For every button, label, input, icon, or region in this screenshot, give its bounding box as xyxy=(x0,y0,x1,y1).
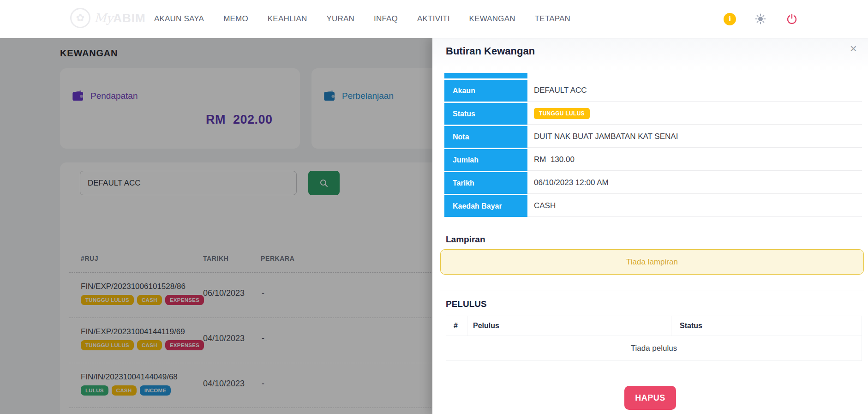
detail-drawer: Butiran Kewangan × Akaun DEFAULT ACC Sta… xyxy=(432,38,868,414)
lampiran-heading: Lampiran xyxy=(446,234,485,245)
detail-value: 06/10/2023 12:00 AM xyxy=(527,172,862,194)
nav-menu: AKAUN SAYA MEMO KEAHLIAN YURAN INFAQ AKT… xyxy=(154,0,570,38)
power-icon xyxy=(786,13,797,24)
logo-emblem-icon: ✿ xyxy=(70,8,90,28)
detail-row-nota: Nota DUIT NAK BUAT JAMBATAN KAT SENAI xyxy=(444,126,862,148)
nav-item-keahlian[interactable]: KEAHLIAN xyxy=(268,14,307,24)
approver-table: # Pelulus Status Tiada pelulus xyxy=(446,316,862,361)
detail-status-badge: TUNGGU LULUS xyxy=(534,108,590,119)
nav-item-memo[interactable]: MEMO xyxy=(223,14,248,24)
detail-label: Kaedah Bayar xyxy=(444,195,527,217)
detail-row-akaun: Akaun DEFAULT ACC xyxy=(444,80,862,102)
top-navbar: ✿ MyABIM AKAUN SAYA MEMO KEAHLIAN YURAN … xyxy=(0,0,868,38)
approver-col-status: Status xyxy=(671,316,862,336)
logout-button[interactable] xyxy=(785,12,799,26)
detail-table: Akaun DEFAULT ACC Status TUNGGU LULUS No… xyxy=(444,73,862,218)
theme-toggle-button[interactable] xyxy=(754,12,767,26)
nav-item-infaq[interactable]: INFAQ xyxy=(374,14,398,24)
nav-item-kewangan[interactable]: KEWANGAN xyxy=(469,14,515,24)
detail-row-tarikh: Tarikh 06/10/2023 12:00 AM xyxy=(444,172,862,194)
detail-label: Nota xyxy=(444,126,527,148)
logo-script-text: My xyxy=(94,11,113,25)
detail-label: Jumlah xyxy=(444,149,527,171)
logo-bold-text: ABIM xyxy=(113,11,145,25)
detail-label: Status xyxy=(444,103,527,125)
sun-icon xyxy=(754,13,766,25)
section-divider xyxy=(440,290,864,290)
detail-row-kaedah-bayar: Kaedah Bayar CASH xyxy=(444,195,862,217)
nav-item-aktiviti[interactable]: AKTIVITI xyxy=(417,14,450,24)
no-attachment-alert: Tiada lampiran xyxy=(440,249,864,275)
close-icon[interactable]: × xyxy=(850,42,857,54)
detail-label: Tarikh xyxy=(444,172,527,194)
detail-value: CASH xyxy=(527,195,862,217)
app-logo[interactable]: ✿ MyABIM xyxy=(70,8,146,28)
pelulus-heading: PELULUS xyxy=(446,299,487,309)
delete-button[interactable]: HAPUS xyxy=(624,386,676,410)
detail-value: DUIT NAK BUAT JAMBATAN KAT SENAI xyxy=(527,126,862,148)
app-root: KEWANGAN Pendapatan RM 202.00 Perbela xyxy=(0,0,868,414)
approver-col-index: # xyxy=(446,316,467,336)
nav-item-yuran[interactable]: YURAN xyxy=(327,14,355,24)
nav-item-akaun-saya[interactable]: AKAUN SAYA xyxy=(154,14,204,24)
drawer-title: Butiran Kewangan xyxy=(446,45,535,57)
detail-row-partial xyxy=(444,73,527,78)
info-badge-icon[interactable]: i xyxy=(724,13,736,25)
detail-value: RM 130.00 xyxy=(527,149,862,171)
detail-row-status: Status TUNGGU LULUS xyxy=(444,103,862,125)
approver-col-name: Pelulus xyxy=(467,316,671,336)
detail-value: DEFAULT ACC xyxy=(527,80,862,102)
approver-empty-row: Tiada pelulus xyxy=(446,336,862,360)
nav-item-tetapan[interactable]: TETAPAN xyxy=(535,14,570,24)
detail-row-jumlah: Jumlah RM 130.00 xyxy=(444,149,862,171)
detail-label: Akaun xyxy=(444,80,527,102)
